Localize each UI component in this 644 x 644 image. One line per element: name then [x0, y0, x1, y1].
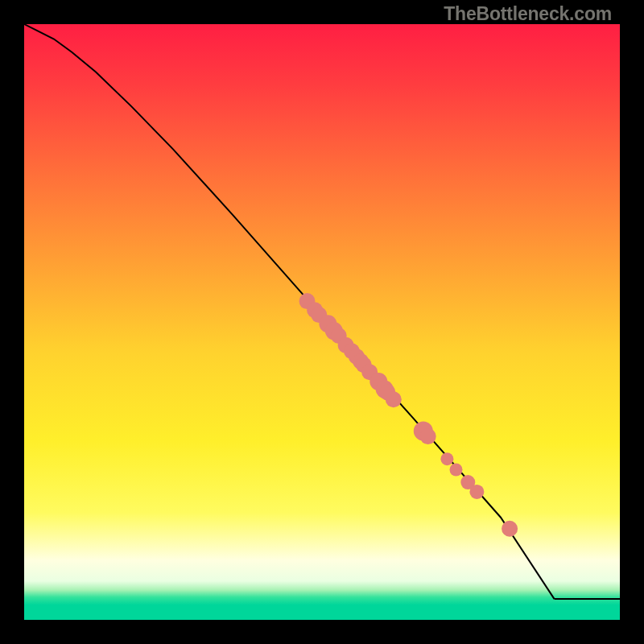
watermark-label: TheBottleneck.com	[444, 3, 612, 25]
marker-point	[469, 485, 484, 499]
marker-point	[420, 428, 436, 444]
chart-frame: TheBottleneck.com	[0, 0, 644, 644]
marker-point	[440, 452, 453, 465]
marker-point	[450, 464, 463, 477]
marker-point	[502, 521, 518, 537]
chart-plot	[24, 24, 620, 620]
marker-point	[386, 391, 402, 407]
